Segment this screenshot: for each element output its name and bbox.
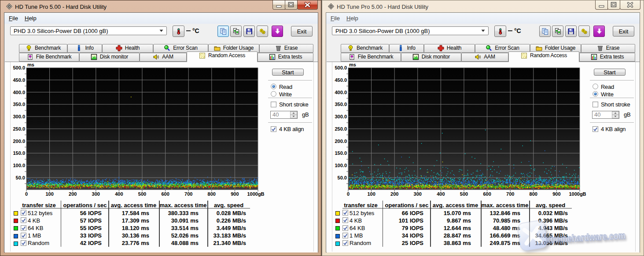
svg-text:300.0: 300.0 [335,114,347,119]
svg-text:400: 400 [115,191,123,197]
svg-text:150.0: 150.0 [13,150,25,156]
svg-text:200.0: 200.0 [335,139,347,144]
svg-text:1000gB: 1000gB [247,191,264,197]
svg-text:600: 600 [483,191,491,197]
svg-text:300.0: 300.0 [13,114,25,119]
svg-text:600: 600 [161,191,169,197]
svg-text:200.0: 200.0 [13,139,25,144]
svg-text:250.0: 250.0 [335,126,347,132]
svg-text:40: 40 [272,111,279,118]
svg-text:40: 40 [594,111,600,118]
svg-text:1000gB: 1000gB [569,191,586,197]
svg-text:100: 100 [367,191,375,197]
svg-text:200: 200 [69,191,77,197]
svg-text:100.0: 100.0 [335,163,347,168]
svg-text:xtremehardware.com: xtremehardware.com [545,230,626,245]
svg-text:250.0: 250.0 [13,126,25,132]
svg-text:ms: ms [27,62,34,67]
svg-text:ms: ms [349,62,356,67]
svg-text:100: 100 [45,191,53,197]
svg-text:700: 700 [184,191,192,197]
svg-text:500: 500 [460,191,468,197]
svg-text:900: 900 [552,191,560,197]
svg-text:400: 400 [437,191,445,197]
svg-text:500.0: 500.0 [13,65,25,70]
svg-text:500: 500 [138,191,146,197]
svg-text:0: 0 [25,191,28,197]
svg-text:350.0: 350.0 [13,102,25,107]
svg-text:400.0: 400.0 [335,90,347,95]
svg-text:800: 800 [208,191,216,197]
svg-text:350.0: 350.0 [335,102,347,107]
svg-text:900: 900 [231,191,239,197]
svg-text:450.0: 450.0 [13,77,25,83]
svg-text:50.0: 50.0 [338,175,347,180]
svg-text:50.0: 50.0 [16,175,25,180]
svg-text:450.0: 450.0 [335,77,347,83]
svg-text:100.0: 100.0 [13,163,25,168]
svg-text:150.0: 150.0 [335,150,347,156]
svg-text:300: 300 [414,191,422,197]
svg-text:300: 300 [92,191,100,197]
svg-text:500.0: 500.0 [335,65,347,70]
svg-text:700: 700 [506,191,514,197]
svg-text:0: 0 [347,191,350,197]
svg-text:200: 200 [390,191,398,197]
svg-text:800: 800 [530,191,537,197]
svg-text:400.0: 400.0 [13,90,25,95]
